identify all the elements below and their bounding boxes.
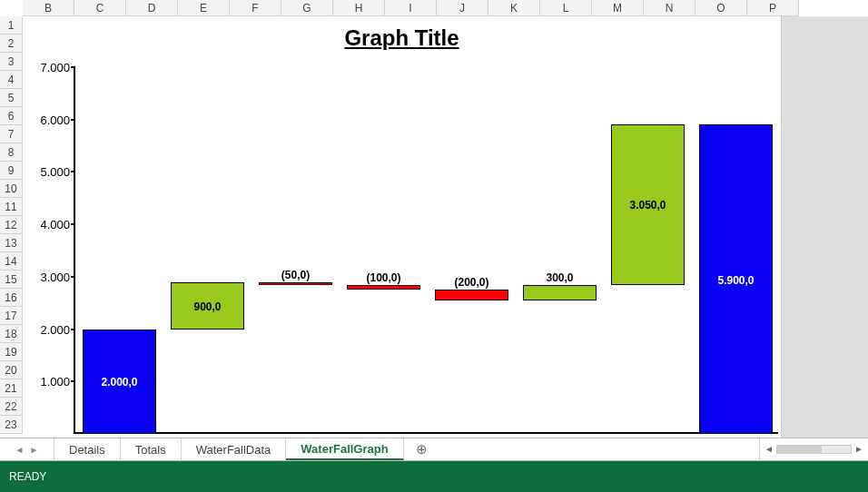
column-headers: BCDEFGHIJKLMNOP <box>0 0 868 16</box>
waterfall-bar-label: 5.900,0 <box>717 274 754 287</box>
sheet-tab[interactable]: Totals <box>121 438 182 460</box>
waterfall-bar-label: (200,0) <box>454 276 488 289</box>
chart-plot-area: 1.0002.0003.0004.0005.0006.0007.0002.000… <box>74 67 778 434</box>
y-axis-tick-label: 3.000 <box>23 270 70 283</box>
col-header[interactable]: B <box>23 0 74 16</box>
waterfall-bar[interactable]: 900,0 <box>171 282 244 330</box>
scroll-right-icon[interactable]: ► <box>853 444 864 455</box>
waterfall-bar[interactable]: 300,0 <box>523 285 597 300</box>
add-sheet-button[interactable]: ⊕ <box>404 438 440 460</box>
waterfall-bar[interactable]: 2.000,0 <box>83 330 156 434</box>
row-header[interactable]: 19 <box>0 343 23 361</box>
waterfall-bar[interactable]: 3.050,0 <box>611 124 685 284</box>
status-bar: READY <box>0 461 868 492</box>
row-header[interactable]: 14 <box>0 252 23 271</box>
waterfall-bar-label: 900,0 <box>193 300 221 313</box>
col-header[interactable]: I <box>385 0 437 16</box>
row-header[interactable]: 22 <box>0 398 23 416</box>
waterfall-bar-label: (50,0) <box>281 269 310 281</box>
sheet-tab[interactable]: WaterFallGraph <box>286 438 403 460</box>
plus-icon: ⊕ <box>416 441 428 458</box>
sheet-tab[interactable]: WaterFallData <box>182 438 287 460</box>
tab-nav-buttons[interactable]: ◄ ► <box>0 438 54 460</box>
col-header[interactable]: N <box>644 0 695 16</box>
y-axis-tick-label: 6.000 <box>23 113 70 126</box>
y-axis-tick-label: 1.000 <box>23 375 70 389</box>
col-header[interactable]: G <box>281 0 333 16</box>
y-axis-tick-label: 5.000 <box>23 165 70 179</box>
col-header[interactable]: L <box>540 0 592 16</box>
sheet-tab-strip: ◄ ► DetailsTotalsWaterFallDataWaterFallG… <box>0 438 868 461</box>
scroll-track[interactable] <box>776 445 852 454</box>
col-header[interactable]: C <box>74 0 126 16</box>
col-header[interactable]: H <box>333 0 385 16</box>
waterfall-bar[interactable]: (200,0) <box>435 290 508 300</box>
waterfall-bar[interactable]: (50,0) <box>259 282 332 285</box>
tab-nav-prev-icon[interactable]: ◄ <box>15 445 25 455</box>
row-header[interactable]: 10 <box>0 180 23 198</box>
row-header[interactable]: 16 <box>0 289 23 307</box>
row-headers: 1234567891011121314151617181920212223 <box>0 16 23 434</box>
row-header[interactable]: 2 <box>0 34 23 53</box>
col-header[interactable]: P <box>747 0 799 16</box>
row-header[interactable]: 13 <box>0 234 23 252</box>
row-header[interactable]: 5 <box>0 89 23 107</box>
col-header[interactable]: K <box>488 0 540 16</box>
row-header[interactable]: 7 <box>0 125 23 143</box>
scroll-thumb[interactable] <box>777 446 822 453</box>
y-axis-tick-label: 7.000 <box>23 61 70 74</box>
grid-inactive-area <box>782 16 868 438</box>
row-header[interactable]: 4 <box>0 71 23 89</box>
row-header[interactable]: 8 <box>0 143 23 162</box>
waterfall-bar-label: (100,0) <box>366 271 400 284</box>
y-axis-tick-label: 2.000 <box>23 322 70 336</box>
col-header[interactable]: M <box>592 0 644 16</box>
sheet-tab[interactable]: Details <box>54 438 121 460</box>
col-header[interactable]: O <box>695 0 747 16</box>
row-header[interactable]: 18 <box>0 325 23 343</box>
row-header[interactable]: 1 <box>0 16 23 34</box>
row-header[interactable]: 17 <box>0 307 23 325</box>
embedded-chart[interactable]: Graph Title 1.0002.0003.0004.0005.0006.0… <box>23 16 782 438</box>
waterfall-bar-label: 300,0 <box>546 271 573 284</box>
row-header[interactable]: 3 <box>0 53 23 71</box>
tab-nav-next-icon[interactable]: ► <box>30 445 39 455</box>
row-header[interactable]: 20 <box>0 361 23 379</box>
waterfall-bar-label: 3.050,0 <box>629 199 666 212</box>
row-header[interactable]: 12 <box>0 216 23 234</box>
scroll-left-icon[interactable]: ◄ <box>764 444 774 455</box>
waterfall-bar-label: 2.000,0 <box>101 376 137 389</box>
row-header[interactable]: 6 <box>0 107 23 125</box>
waterfall-bar[interactable]: (100,0) <box>347 285 420 290</box>
row-header[interactable]: 11 <box>0 198 23 216</box>
row-header[interactable]: 15 <box>0 271 23 289</box>
col-header[interactable]: F <box>230 0 281 16</box>
status-ready-label: READY <box>9 470 46 483</box>
row-header[interactable]: 23 <box>0 416 23 434</box>
col-header[interactable]: D <box>126 0 178 16</box>
col-header[interactable]: E <box>178 0 230 16</box>
row-header[interactable]: 21 <box>0 379 23 398</box>
horizontal-scrollbar[interactable]: ◄ ► <box>759 438 868 460</box>
y-axis-tick-label: 4.000 <box>23 218 70 231</box>
col-header[interactable]: J <box>437 0 488 16</box>
chart-title: Graph Title <box>23 25 781 51</box>
row-header[interactable]: 9 <box>0 162 23 180</box>
waterfall-bar[interactable]: 5.900,0 <box>699 124 773 434</box>
